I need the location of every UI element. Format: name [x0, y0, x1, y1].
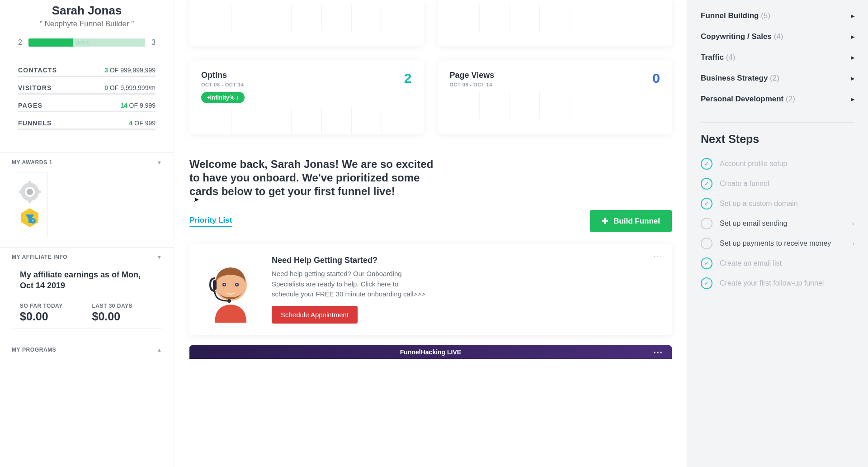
next-steps-title: Next Steps: [701, 133, 854, 146]
schedule-appointment-button[interactable]: Schedule Appointment: [272, 306, 358, 324]
next-step-item[interactable]: Set up email sending›: [701, 214, 854, 234]
level-current: 2: [18, 38, 22, 47]
profile-block: Sarah Jonas " Neophyte Funnel Builder " …: [0, 0, 174, 59]
metric-name: Optins: [201, 71, 245, 80]
category-item[interactable]: Personal Development (2)▶: [701, 89, 854, 110]
metric-card-optins[interactable]: Optins OCT 08 - OCT 14 +Infinity% ↑ 2: [189, 61, 424, 134]
step-label: Create your first follow-up funnel: [720, 279, 854, 287]
affiliate-heading: My affiliate earnings as of Mon, Oct 14 …: [20, 269, 154, 291]
plus-icon: ✚: [602, 216, 608, 226]
check-circle-icon: ✓: [701, 198, 712, 210]
metric-value: 0: [652, 71, 660, 86]
award-badge[interactable]: +: [12, 172, 48, 237]
funnelhacking-banner[interactable]: FunnelHacking LIVE ⋮: [189, 345, 672, 359]
svg-rect-3: [28, 181, 31, 185]
funnelhacking-logo: FunnelHacking LIVE: [400, 348, 461, 356]
category-item[interactable]: Business Strategy (2)▶: [701, 68, 854, 89]
category-item[interactable]: Copywriting / Sales (4)▶: [701, 26, 854, 47]
affiliate-section: MY AFFILIATE INFO ▼ My affiliate earning…: [0, 247, 174, 340]
svg-rect-5: [19, 191, 23, 193]
next-step-item[interactable]: ✓Create a funnel: [701, 174, 854, 194]
support-avatar-icon: [201, 256, 260, 324]
next-step-item[interactable]: ✓Create your first follow-up funnel: [701, 273, 854, 293]
chevron-right-icon: ›: [852, 219, 854, 228]
profile-subtitle: " Neophyte Funnel Builder ": [18, 19, 156, 29]
category-label: Traffic (4): [701, 53, 736, 62]
chevron-right-icon: ▶: [851, 76, 854, 81]
svg-point-14: [236, 284, 238, 286]
affiliate-last30: LAST 30 DAYS $0.00: [82, 303, 154, 323]
next-step-item[interactable]: ✓Set up a custom domain: [701, 194, 854, 214]
svg-rect-6: [37, 191, 41, 193]
step-label: Set up payments to receive money: [720, 239, 845, 248]
help-body: Need help getting started? Our Onboardin…: [272, 269, 425, 300]
step-label: Account profile setup: [720, 160, 854, 168]
level-progress: 2 75/200 3: [18, 38, 156, 47]
stat-contacts: CONTACTS 3 OF 999,999,999: [18, 67, 156, 77]
chevron-right-icon: ▶: [851, 55, 854, 61]
category-item[interactable]: Traffic (4)▶: [701, 47, 854, 68]
stats-block: CONTACTS 3 OF 999,999,999 VISITORS 0 OF …: [0, 59, 174, 152]
level-next: 3: [151, 38, 156, 47]
step-label: Create an email list: [720, 259, 854, 267]
next-step-item[interactable]: ✓Create an email list: [701, 253, 854, 273]
category-label: Business Strategy (2): [701, 74, 779, 83]
metric-card-top-right: [438, 0, 672, 46]
build-funnel-button[interactable]: ✚ Build Funnel: [590, 210, 672, 232]
next-step-item[interactable]: Set up payments to receive money›: [701, 234, 854, 253]
affiliate-toggle[interactable]: MY AFFILIATE INFO ▼: [0, 248, 174, 267]
progress-label: 75/200: [75, 40, 90, 45]
programs-section: MY PROGRAMS ▲: [0, 340, 174, 359]
main-content: Optins OCT 08 - OCT 14 +Infinity% ↑ 2 Pa…: [174, 0, 687, 467]
more-menu-icon[interactable]: ⋮: [653, 348, 664, 356]
affiliate-today: SO FAR TODAY $0.00: [20, 303, 82, 323]
stat-visitors: VISITORS 0 OF 9,999,999/m: [18, 84, 156, 95]
step-label: Set up email sending: [720, 219, 845, 228]
stat-pages: PAGES 14 OF 9,999: [18, 102, 156, 112]
priority-list-tab[interactable]: Priority List: [189, 216, 232, 227]
empty-circle-icon: [701, 218, 712, 229]
category-label: Copywriting / Sales (4): [701, 32, 783, 41]
help-card: ⋮ Need Help Getting Started? Need help g…: [189, 244, 672, 335]
metric-change-badge: +Infinity% ↑: [201, 92, 245, 103]
svg-point-13: [224, 284, 225, 286]
metric-date: OCT 08 - OCT 14: [201, 82, 245, 87]
empty-circle-icon: [701, 238, 712, 249]
chevron-right-icon: ▶: [851, 13, 854, 19]
more-menu-icon[interactable]: ⋮: [653, 252, 664, 260]
metric-card-top-left: [189, 0, 424, 46]
chevron-right-icon: ▶: [851, 34, 854, 40]
metric-value: 2: [404, 71, 412, 86]
awards-toggle[interactable]: MY AWARDS 1 ▼: [0, 153, 174, 172]
next-step-item[interactable]: ✓Account profile setup: [701, 154, 854, 174]
check-circle-icon: ✓: [701, 158, 712, 170]
step-label: Set up a custom domain: [720, 200, 854, 208]
svg-point-16: [227, 299, 231, 303]
stat-funnels: FUNNELS 4 OF 999: [18, 119, 156, 130]
check-circle-icon: ✓: [701, 257, 712, 269]
check-circle-icon: ✓: [701, 277, 712, 289]
help-title: Need Help Getting Started?: [272, 256, 425, 265]
caret-down-icon: ▼: [157, 254, 162, 260]
svg-rect-4: [28, 199, 31, 203]
funnel-badge-icon: +: [19, 207, 40, 228]
svg-point-2: [27, 189, 33, 195]
step-label: Create a funnel: [720, 180, 854, 188]
check-circle-icon: ✓: [701, 178, 712, 190]
progress-bar: 75/200: [28, 38, 145, 47]
svg-text:+: +: [32, 219, 34, 223]
category-item[interactable]: Funnel Building (5)▶: [701, 5, 854, 26]
sidebar-left: Sarah Jonas " Neophyte Funnel Builder " …: [0, 0, 174, 467]
programs-toggle[interactable]: MY PROGRAMS ▲: [0, 340, 174, 359]
profile-name: Sarah Jonas: [18, 4, 156, 18]
metric-name: Page Views: [450, 71, 495, 80]
divider: [701, 122, 854, 123]
gear-badge-icon: [19, 181, 41, 203]
caret-down-icon: ▼: [157, 160, 162, 165]
caret-up-icon: ▲: [157, 347, 162, 353]
chevron-right-icon: ›: [852, 239, 854, 248]
category-label: Funnel Building (5): [701, 11, 770, 20]
svg-rect-15: [213, 280, 217, 290]
metric-card-pageviews[interactable]: Page Views OCT 08 - OCT 14 0: [438, 61, 672, 134]
chevron-right-icon: ▶: [851, 96, 854, 102]
